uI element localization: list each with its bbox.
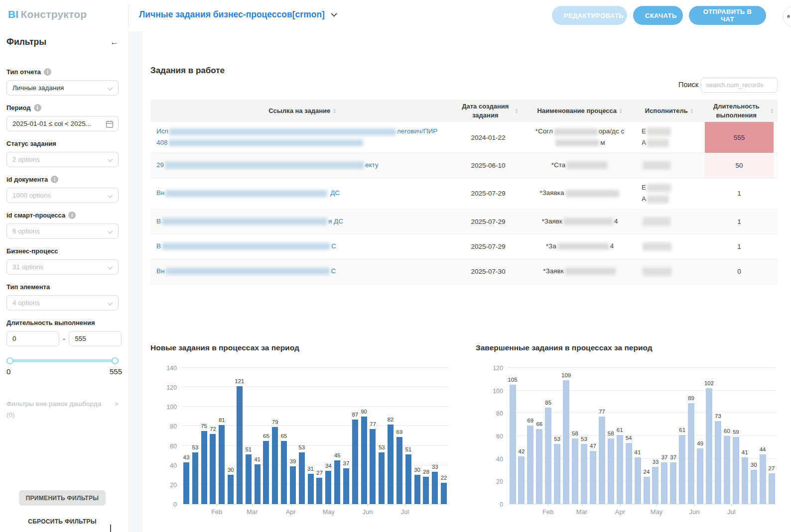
- table-row[interactable]: 29екту2025-06-10*Ста50: [150, 153, 778, 178]
- chart-bar: [316, 478, 322, 504]
- task-link[interactable]: Вн ДС: [156, 188, 450, 199]
- logo-bi: BI: [8, 8, 18, 20]
- info-icon[interactable]: i: [51, 176, 58, 183]
- table-row[interactable]: Вн ДС2025-07-29*ЗаявкаЕА1: [150, 178, 778, 210]
- period-date-input[interactable]: 2025-01-01 ≤ col < 2025...: [6, 116, 119, 131]
- task-link-text[interactable]: я ДС: [328, 217, 343, 225]
- task-link-text[interactable]: С: [331, 242, 336, 250]
- redacted-text: [565, 268, 616, 275]
- x-axis-tick: [217, 504, 217, 506]
- filter-select[interactable]: 6 options: [6, 223, 119, 239]
- duration-min-input[interactable]: [6, 331, 59, 346]
- table-row[interactable]: Исплегович/ПИР4082024-01-22*Соглора/дс с…: [150, 122, 778, 153]
- reset-filters-button[interactable]: СБРОСИТЬ ФИЛЬТРЫ: [0, 518, 125, 525]
- extra-filters-link[interactable]: Фильтры вне рамок дашборда (0) >: [6, 399, 119, 420]
- sort-icon[interactable]: ▲▼: [515, 108, 518, 113]
- task-link-text[interactable]: В: [156, 242, 161, 250]
- sort-icon[interactable]: ▲▼: [690, 108, 693, 113]
- x-axis-tick: [368, 504, 368, 506]
- filter-select[interactable]: 4 options: [6, 295, 119, 311]
- task-link-text[interactable]: С: [331, 267, 336, 275]
- edit-button[interactable]: РЕДАКТИРОВАТЬ: [552, 6, 627, 25]
- task-link-text[interactable]: В: [156, 217, 161, 225]
- task-link-text[interactable]: 408: [156, 139, 168, 146]
- filter-label-text: id смарт-процесса: [6, 212, 65, 219]
- task-link[interactable]: Вя ДС: [156, 216, 450, 227]
- table-row[interactable]: ВнС2025-07-30*Заявк0: [150, 259, 778, 284]
- chart-bar: [563, 380, 569, 504]
- info-icon[interactable]: i: [68, 212, 76, 219]
- task-link[interactable]: ВС: [156, 241, 450, 252]
- chevron-down-icon: [107, 156, 113, 162]
- chart-bar: [652, 467, 659, 504]
- table-row[interactable]: Вя ДС2025-07-29*Заявк41: [150, 210, 778, 234]
- task-link-text[interactable]: 29: [156, 161, 164, 169]
- duration-range-slider[interactable]: [6, 357, 119, 364]
- task-link[interactable]: Исплегович/ПИР: [156, 126, 450, 137]
- filter-select[interactable]: Личные задания: [6, 80, 119, 96]
- app-logo[interactable]: BIКонструктор: [8, 8, 87, 20]
- extra-filters-label: Фильтры вне рамок дашборда: [6, 400, 101, 408]
- sort-icon[interactable]: ▲▼: [333, 108, 336, 113]
- apply-filters-button[interactable]: ПРИМЕНИТЬ ФИЛЬТРЫ: [19, 490, 106, 506]
- filter-label: Тип элемента: [6, 283, 119, 291]
- task-link-text[interactable]: Вн: [156, 267, 164, 275]
- sort-icon[interactable]: ▲▼: [771, 108, 774, 113]
- duration-max-input[interactable]: [69, 331, 122, 346]
- info-icon[interactable]: i: [44, 68, 51, 76]
- col-header-process[interactable]: Наименование процесса▲▼: [522, 104, 638, 118]
- send-to-chat-button[interactable]: ОТПРАВИТЬ В ЧАТ: [689, 6, 766, 25]
- bar-value-label: 69: [389, 429, 410, 435]
- x-axis-tick: [620, 504, 621, 506]
- duration-cell: 1: [701, 210, 778, 234]
- col-header-date[interactable]: Дата создания задания▲▼: [454, 100, 522, 122]
- task-link-text[interactable]: легович/ПИР: [397, 127, 437, 135]
- sort-icon[interactable]: ▲▼: [619, 108, 622, 113]
- slider-track[interactable]: [6, 359, 119, 362]
- gridline: [508, 367, 776, 368]
- search-input[interactable]: [701, 78, 778, 93]
- y-axis-tick-label: 120: [480, 365, 503, 372]
- gridline: [182, 406, 448, 407]
- cell-text: *Заявк: [542, 217, 562, 225]
- col-header-executor[interactable]: Исполнитель▲▼: [638, 104, 701, 118]
- download-button[interactable]: СКАЧАТЬ: [633, 6, 683, 25]
- dashboard-title-dropdown[interactable]: Личные задания бизнес-процессов[crmon]: [139, 9, 335, 20]
- task-link-text[interactable]: Исп: [156, 127, 168, 135]
- bar-value-label: 27: [761, 465, 783, 471]
- duration-cell: 1: [701, 234, 778, 259]
- more-menu-button[interactable]: [783, 6, 791, 27]
- slider-min-label: 0: [6, 367, 10, 376]
- task-link-text[interactable]: екту: [365, 161, 379, 169]
- slider-handle-max[interactable]: [112, 357, 119, 364]
- info-icon[interactable]: i: [34, 104, 41, 111]
- filter-select[interactable]: 2 options: [6, 152, 119, 167]
- bar-value-label: 79: [264, 419, 286, 425]
- task-link[interactable]: ВнС: [156, 266, 450, 277]
- executor-line: [642, 266, 697, 277]
- task-link-text[interactable]: Вн: [156, 189, 164, 197]
- filter-group-4: id смарт-процессаi6 options: [6, 212, 119, 239]
- filter-select[interactable]: 31 options: [6, 259, 119, 275]
- cell-text: А: [642, 195, 646, 203]
- redacted-text: [647, 139, 669, 147]
- collapse-sidebar-icon[interactable]: ←: [110, 38, 119, 46]
- y-axis-tick-label: 60: [480, 433, 503, 440]
- table-row[interactable]: ВС2025-07-29*За41: [150, 234, 778, 259]
- bar-value-label: 65: [273, 433, 295, 439]
- filter-select[interactable]: 1000 options: [6, 188, 119, 203]
- filter-value: 2 options: [12, 156, 40, 163]
- task-link[interactable]: 29екту: [156, 160, 450, 171]
- task-link-text[interactable]: ДС: [328, 189, 340, 197]
- col-header-link[interactable]: Ссылка на задание▲▼: [150, 104, 454, 118]
- slider-handle-min[interactable]: [6, 357, 13, 364]
- filter-group-5: Бизнес-процесс31 options: [6, 247, 119, 275]
- bar-value-label: 105: [502, 377, 524, 383]
- x-axis-tick: [582, 504, 582, 506]
- duration-cell: 50: [701, 153, 778, 178]
- task-link[interactable]: 408: [156, 137, 450, 149]
- col-header-duration[interactable]: Длительность выполнения▲▼: [701, 100, 778, 122]
- duration-filter-label: Длительность выполнения: [6, 319, 119, 326]
- x-axis-tick: [329, 504, 329, 506]
- redacted-text: [555, 139, 599, 146]
